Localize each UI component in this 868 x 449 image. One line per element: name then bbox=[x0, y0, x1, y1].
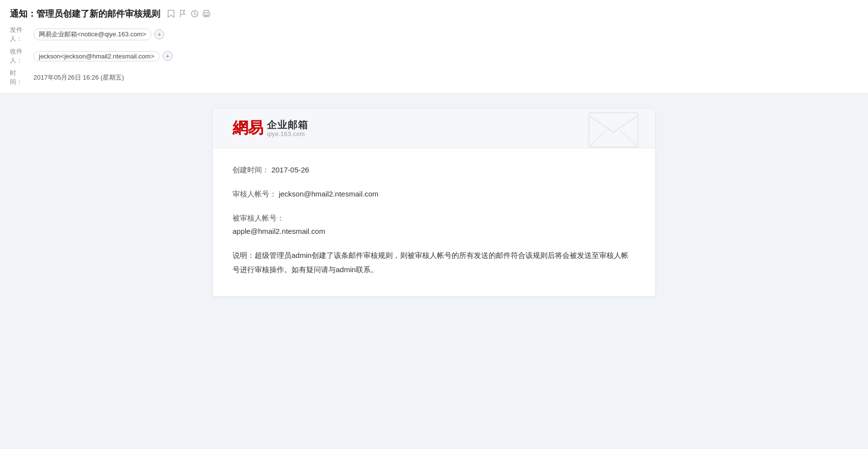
recipient-tag[interactable]: jeckson<jeckson@hmail2.ntesmail.com> bbox=[33, 51, 160, 61]
reviewed-section: 被审核人帐号： apple@hmail2.ntesmail.com bbox=[232, 211, 636, 238]
bookmark-icon[interactable] bbox=[167, 9, 175, 18]
reviewer-label: 审核人帐号： bbox=[232, 190, 277, 198]
email-title: 通知：管理员创建了新的邮件审核规则 bbox=[10, 8, 160, 20]
brand-main-text: 企业邮箱 bbox=[267, 119, 308, 131]
card-content: 创建时间： 2017-05-26 审核人帐号： jeckson@hmail2.n… bbox=[213, 148, 655, 296]
description-text: 超级管理员admin创建了该条邮件审核规则，则被审核人帐号的所有发送的邮件符合该… bbox=[232, 251, 629, 274]
time-row: 时 间： 2017年05月26日 16:26 (星期五) bbox=[10, 69, 858, 86]
sender-add-button[interactable]: + bbox=[154, 29, 164, 39]
create-time-value: 2017-05-26 bbox=[271, 166, 309, 174]
clock-icon[interactable] bbox=[191, 10, 199, 18]
flag-icon[interactable] bbox=[179, 9, 187, 18]
time-label: 时 间： bbox=[10, 69, 33, 86]
brand-sub-text: qiye.163.com bbox=[267, 131, 308, 138]
email-body: 網易 企业邮箱 qiye.163.com bbox=[0, 94, 868, 311]
recipient-label: 收件人： bbox=[10, 47, 33, 65]
email-card: 網易 企业邮箱 qiye.163.com bbox=[213, 109, 655, 296]
envelope-decoration-icon bbox=[586, 109, 640, 151]
reviewed-value: apple@hmail2.ntesmail.com bbox=[232, 224, 636, 238]
email-container: 通知：管理员创建了新的邮件审核规则 bbox=[0, 0, 868, 449]
create-time-label: 创建时间： bbox=[232, 166, 269, 174]
recipient-add-button[interactable]: + bbox=[163, 51, 173, 61]
brand-text: 企业邮箱 qiye.163.com bbox=[267, 119, 308, 138]
description-section: 说明：超级管理员admin创建了该条邮件审核规则，则被审核人帐号的所有发送的邮件… bbox=[232, 249, 636, 277]
sender-tag[interactable]: 网易企业邮箱<notice@qiye.163.com> bbox=[33, 28, 151, 40]
brand-logo: 網易 企业邮箱 qiye.163.com bbox=[232, 117, 308, 139]
title-row: 通知：管理员创建了新的邮件审核规则 bbox=[10, 8, 858, 20]
sender-label: 发件人： bbox=[10, 26, 33, 43]
svg-rect-5 bbox=[589, 113, 638, 147]
card-header: 網易 企业邮箱 qiye.163.com bbox=[213, 109, 655, 148]
print-icon[interactable] bbox=[203, 10, 210, 18]
sender-row: 发件人： 网易企业邮箱<notice@qiye.163.com> + bbox=[10, 26, 858, 43]
toolbar-icons bbox=[167, 9, 210, 18]
time-value: 2017年05月26日 16:26 (星期五) bbox=[33, 73, 124, 82]
description-label: 说明： bbox=[232, 251, 255, 259]
reviewer-value: jeckson@hmail2.ntesmail.com bbox=[279, 190, 378, 198]
svg-rect-4 bbox=[203, 13, 210, 15]
email-header: 通知：管理员创建了新的邮件审核规则 bbox=[0, 0, 868, 94]
brand-163-logo: 網易 bbox=[232, 117, 263, 139]
reviewed-label: 被审核人帐号： bbox=[232, 211, 636, 224]
reviewer-section: 审核人帐号： jeckson@hmail2.ntesmail.com bbox=[232, 187, 636, 200]
recipient-row: 收件人： jeckson<jeckson@hmail2.ntesmail.com… bbox=[10, 47, 858, 65]
create-time-section: 创建时间： 2017-05-26 bbox=[232, 163, 636, 176]
svg-rect-3 bbox=[205, 16, 208, 16]
